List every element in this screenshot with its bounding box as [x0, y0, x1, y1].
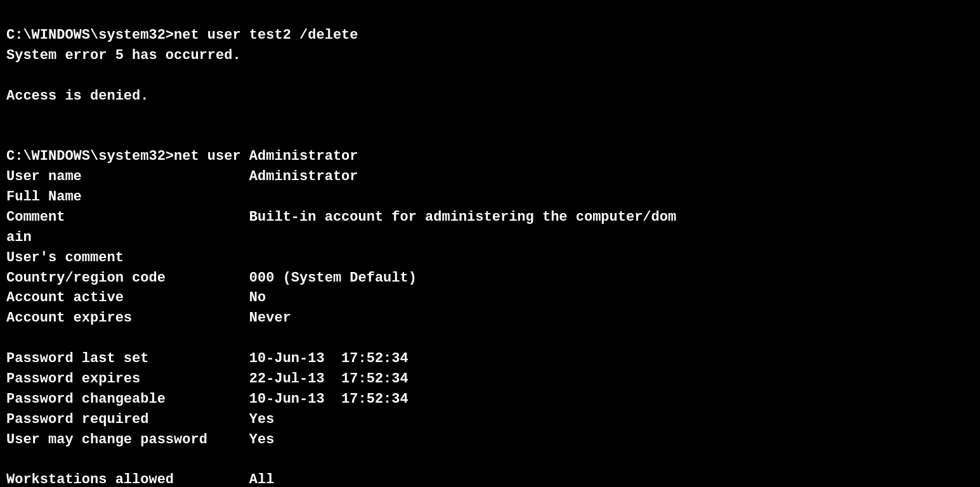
user_change_pwd: User may change password Yes — [6, 430, 974, 450]
acct_active: Account active No — [6, 288, 974, 308]
comment_label: Comment Built-in account for administeri… — [6, 207, 974, 228]
pwd_required: Password required Yes — [6, 410, 974, 430]
terminal-window: C:\WINDOWS\system32>net user test2 /dele… — [6, 5, 974, 487]
cmd2: C:\WINDOWS\system32>net user Administrat… — [6, 146, 974, 167]
pwd_expires: Password expires 22-Jul-13 17:52:34 — [6, 369, 974, 389]
empty-line — [6, 66, 974, 86]
pwd_changeable: Password changeable 10-Jun-13 17:52:34 — [6, 389, 974, 410]
workstations: Workstations allowed All — [6, 470, 974, 487]
pwd_last_set: Password last set 10-Jun-13 17:52:34 — [6, 349, 974, 369]
userscomment: User's comment — [6, 248, 974, 268]
access_denied: Access is denied. — [6, 86, 974, 107]
empty-line — [6, 106, 974, 126]
empty-line — [6, 328, 974, 349]
username_label: User name Administrator — [6, 167, 974, 187]
empty-line — [6, 126, 974, 146]
cmd1: C:\WINDOWS\system32>net user test2 /dele… — [6, 25, 974, 46]
err1: System error 5 has occurred. — [6, 46, 974, 66]
empty-line — [6, 450, 974, 471]
comment_cont: ain — [6, 228, 974, 248]
acct_expires: Account expires Never — [6, 308, 974, 328]
fullname_label: Full Name — [6, 187, 974, 207]
country_label: Country/region code 000 (System Default) — [6, 268, 974, 289]
